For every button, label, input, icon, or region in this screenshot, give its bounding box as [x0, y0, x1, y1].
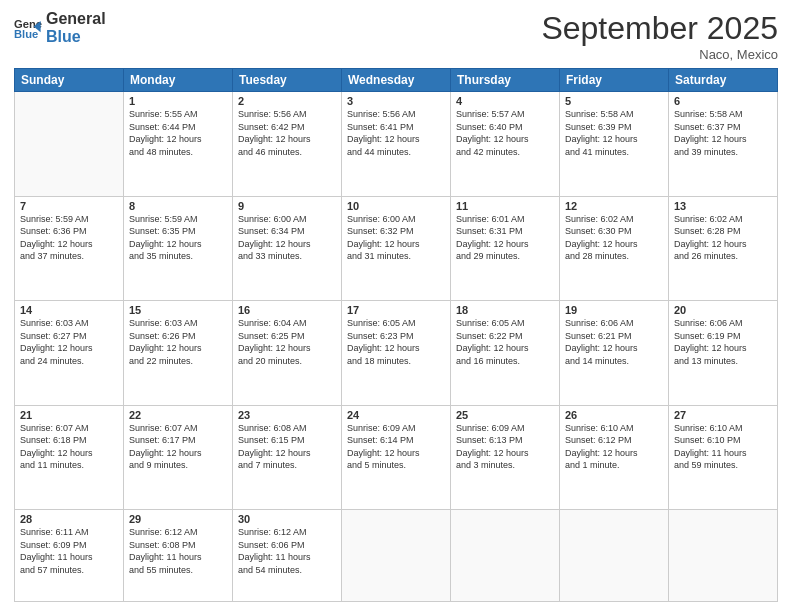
- cell-w1-d7: 6Sunrise: 5:58 AM Sunset: 6:37 PM Daylig…: [669, 92, 778, 197]
- day-info: Sunrise: 6:03 AM Sunset: 6:26 PM Dayligh…: [129, 317, 227, 367]
- day-info: Sunrise: 5:55 AM Sunset: 6:44 PM Dayligh…: [129, 108, 227, 158]
- col-thursday: Thursday: [451, 69, 560, 92]
- day-number: 9: [238, 200, 336, 212]
- day-number: 22: [129, 409, 227, 421]
- location: Naco, Mexico: [541, 47, 778, 62]
- day-info: Sunrise: 5:58 AM Sunset: 6:37 PM Dayligh…: [674, 108, 772, 158]
- week-row-3: 14Sunrise: 6:03 AM Sunset: 6:27 PM Dayli…: [15, 301, 778, 406]
- day-number: 28: [20, 513, 118, 525]
- day-info: Sunrise: 5:59 AM Sunset: 6:36 PM Dayligh…: [20, 213, 118, 263]
- logo-blue: Blue: [46, 28, 106, 46]
- col-friday: Friday: [560, 69, 669, 92]
- svg-text:Blue: Blue: [14, 27, 38, 39]
- cell-w3-d2: 15Sunrise: 6:03 AM Sunset: 6:26 PM Dayli…: [124, 301, 233, 406]
- day-info: Sunrise: 5:56 AM Sunset: 6:42 PM Dayligh…: [238, 108, 336, 158]
- cell-w4-d3: 23Sunrise: 6:08 AM Sunset: 6:15 PM Dayli…: [233, 405, 342, 510]
- week-row-5: 28Sunrise: 6:11 AM Sunset: 6:09 PM Dayli…: [15, 510, 778, 602]
- day-number: 10: [347, 200, 445, 212]
- cell-w4-d1: 21Sunrise: 6:07 AM Sunset: 6:18 PM Dayli…: [15, 405, 124, 510]
- day-number: 5: [565, 95, 663, 107]
- cell-w1-d6: 5Sunrise: 5:58 AM Sunset: 6:39 PM Daylig…: [560, 92, 669, 197]
- col-saturday: Saturday: [669, 69, 778, 92]
- cell-w4-d5: 25Sunrise: 6:09 AM Sunset: 6:13 PM Dayli…: [451, 405, 560, 510]
- cell-w1-d5: 4Sunrise: 5:57 AM Sunset: 6:40 PM Daylig…: [451, 92, 560, 197]
- day-info: Sunrise: 6:04 AM Sunset: 6:25 PM Dayligh…: [238, 317, 336, 367]
- cell-w4-d7: 27Sunrise: 6:10 AM Sunset: 6:10 PM Dayli…: [669, 405, 778, 510]
- day-info: Sunrise: 6:10 AM Sunset: 6:12 PM Dayligh…: [565, 422, 663, 472]
- day-info: Sunrise: 6:06 AM Sunset: 6:21 PM Dayligh…: [565, 317, 663, 367]
- cell-w2-d3: 9Sunrise: 6:00 AM Sunset: 6:34 PM Daylig…: [233, 196, 342, 301]
- day-info: Sunrise: 6:09 AM Sunset: 6:14 PM Dayligh…: [347, 422, 445, 472]
- day-info: Sunrise: 6:08 AM Sunset: 6:15 PM Dayligh…: [238, 422, 336, 472]
- cell-w2-d7: 13Sunrise: 6:02 AM Sunset: 6:28 PM Dayli…: [669, 196, 778, 301]
- cell-w3-d6: 19Sunrise: 6:06 AM Sunset: 6:21 PM Dayli…: [560, 301, 669, 406]
- day-info: Sunrise: 6:02 AM Sunset: 6:28 PM Dayligh…: [674, 213, 772, 263]
- day-info: Sunrise: 6:07 AM Sunset: 6:18 PM Dayligh…: [20, 422, 118, 472]
- day-number: 16: [238, 304, 336, 316]
- cell-w1-d4: 3Sunrise: 5:56 AM Sunset: 6:41 PM Daylig…: [342, 92, 451, 197]
- day-info: Sunrise: 6:02 AM Sunset: 6:30 PM Dayligh…: [565, 213, 663, 263]
- col-monday: Monday: [124, 69, 233, 92]
- cell-w5-d4: [342, 510, 451, 602]
- day-number: 30: [238, 513, 336, 525]
- cell-w5-d6: [560, 510, 669, 602]
- cell-w3-d1: 14Sunrise: 6:03 AM Sunset: 6:27 PM Dayli…: [15, 301, 124, 406]
- col-wednesday: Wednesday: [342, 69, 451, 92]
- day-info: Sunrise: 6:12 AM Sunset: 6:08 PM Dayligh…: [129, 526, 227, 576]
- day-number: 14: [20, 304, 118, 316]
- day-info: Sunrise: 6:09 AM Sunset: 6:13 PM Dayligh…: [456, 422, 554, 472]
- day-info: Sunrise: 5:58 AM Sunset: 6:39 PM Dayligh…: [565, 108, 663, 158]
- day-info: Sunrise: 5:59 AM Sunset: 6:35 PM Dayligh…: [129, 213, 227, 263]
- cell-w2-d2: 8Sunrise: 5:59 AM Sunset: 6:35 PM Daylig…: [124, 196, 233, 301]
- cell-w2-d6: 12Sunrise: 6:02 AM Sunset: 6:30 PM Dayli…: [560, 196, 669, 301]
- cell-w5-d2: 29Sunrise: 6:12 AM Sunset: 6:08 PM Dayli…: [124, 510, 233, 602]
- cell-w4-d6: 26Sunrise: 6:10 AM Sunset: 6:12 PM Dayli…: [560, 405, 669, 510]
- day-number: 29: [129, 513, 227, 525]
- cell-w5-d1: 28Sunrise: 6:11 AM Sunset: 6:09 PM Dayli…: [15, 510, 124, 602]
- logo: General Blue General Blue: [14, 10, 106, 45]
- calendar-table: Sunday Monday Tuesday Wednesday Thursday…: [14, 68, 778, 602]
- day-number: 18: [456, 304, 554, 316]
- day-info: Sunrise: 5:57 AM Sunset: 6:40 PM Dayligh…: [456, 108, 554, 158]
- calendar-page: General Blue General Blue September 2025…: [0, 0, 792, 612]
- day-number: 7: [20, 200, 118, 212]
- day-info: Sunrise: 6:07 AM Sunset: 6:17 PM Dayligh…: [129, 422, 227, 472]
- day-number: 17: [347, 304, 445, 316]
- cell-w3-d5: 18Sunrise: 6:05 AM Sunset: 6:22 PM Dayli…: [451, 301, 560, 406]
- day-number: 23: [238, 409, 336, 421]
- day-info: Sunrise: 6:05 AM Sunset: 6:22 PM Dayligh…: [456, 317, 554, 367]
- cell-w5-d3: 30Sunrise: 6:12 AM Sunset: 6:06 PM Dayli…: [233, 510, 342, 602]
- day-info: Sunrise: 6:11 AM Sunset: 6:09 PM Dayligh…: [20, 526, 118, 576]
- day-number: 11: [456, 200, 554, 212]
- day-info: Sunrise: 6:12 AM Sunset: 6:06 PM Dayligh…: [238, 526, 336, 576]
- week-row-2: 7Sunrise: 5:59 AM Sunset: 6:36 PM Daylig…: [15, 196, 778, 301]
- col-sunday: Sunday: [15, 69, 124, 92]
- day-number: 3: [347, 95, 445, 107]
- logo-general: General: [46, 10, 106, 28]
- day-number: 4: [456, 95, 554, 107]
- header: General Blue General Blue September 2025…: [14, 10, 778, 62]
- day-number: 21: [20, 409, 118, 421]
- day-info: Sunrise: 6:01 AM Sunset: 6:31 PM Dayligh…: [456, 213, 554, 263]
- logo-icon: General Blue: [14, 14, 42, 42]
- day-info: Sunrise: 6:10 AM Sunset: 6:10 PM Dayligh…: [674, 422, 772, 472]
- day-number: 26: [565, 409, 663, 421]
- day-number: 6: [674, 95, 772, 107]
- day-info: Sunrise: 6:03 AM Sunset: 6:27 PM Dayligh…: [20, 317, 118, 367]
- cell-w4-d4: 24Sunrise: 6:09 AM Sunset: 6:14 PM Dayli…: [342, 405, 451, 510]
- day-number: 19: [565, 304, 663, 316]
- day-number: 27: [674, 409, 772, 421]
- day-number: 12: [565, 200, 663, 212]
- day-number: 1: [129, 95, 227, 107]
- week-row-1: 1Sunrise: 5:55 AM Sunset: 6:44 PM Daylig…: [15, 92, 778, 197]
- cell-w3-d3: 16Sunrise: 6:04 AM Sunset: 6:25 PM Dayli…: [233, 301, 342, 406]
- day-info: Sunrise: 6:00 AM Sunset: 6:32 PM Dayligh…: [347, 213, 445, 263]
- cell-w2-d1: 7Sunrise: 5:59 AM Sunset: 6:36 PM Daylig…: [15, 196, 124, 301]
- week-row-4: 21Sunrise: 6:07 AM Sunset: 6:18 PM Dayli…: [15, 405, 778, 510]
- cell-w4-d2: 22Sunrise: 6:07 AM Sunset: 6:17 PM Dayli…: [124, 405, 233, 510]
- cell-w3-d7: 20Sunrise: 6:06 AM Sunset: 6:19 PM Dayli…: [669, 301, 778, 406]
- cell-w5-d7: [669, 510, 778, 602]
- cell-w1-d1: [15, 92, 124, 197]
- cell-w5-d5: [451, 510, 560, 602]
- day-number: 13: [674, 200, 772, 212]
